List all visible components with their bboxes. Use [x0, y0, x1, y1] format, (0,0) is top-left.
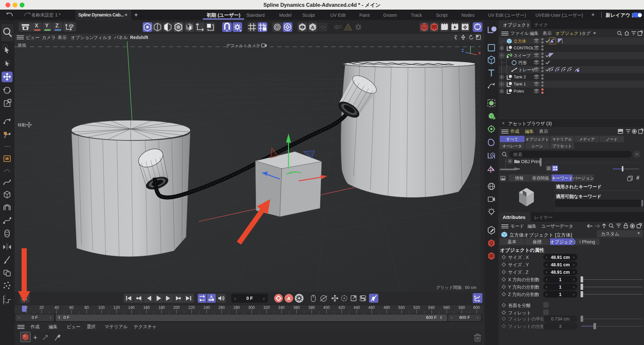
svg-text:Z: Z: [461, 48, 464, 53]
svg-text:A: A: [210, 295, 213, 299]
svg-text:A: A: [311, 25, 315, 30]
svg-text:RV: RV: [422, 25, 426, 28]
svg-text:A: A: [287, 296, 291, 301]
